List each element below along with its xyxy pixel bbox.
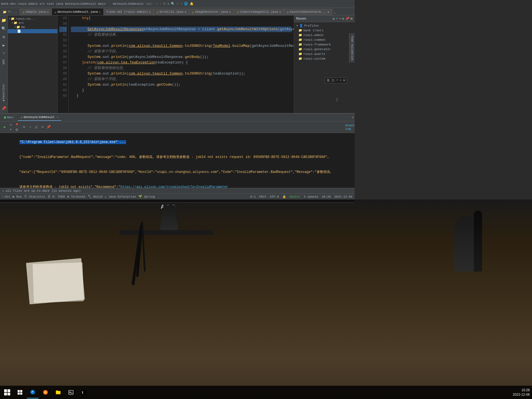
run-gear-btn[interactable]: ⚙ bbox=[40, 125, 45, 130]
tree-ma[interactable]: ▾ 📁 ma bbox=[8, 25, 57, 29]
activity-search[interactable]: 🔍 bbox=[0, 25, 7, 32]
status-terminal[interactable]: ⊞ Terminal bbox=[67, 195, 86, 198]
tree-selected[interactable]: 📄 bbox=[8, 29, 57, 33]
status-javaent[interactable]: ☕ Java Enterprise bbox=[105, 195, 136, 198]
run-up-btn[interactable]: ▲ bbox=[8, 122, 13, 127]
team-validation-tab[interactable]: Team Validation bbox=[349, 33, 355, 63]
activity-web[interactable]: Web bbox=[0, 58, 7, 65]
tab-getasync[interactable]: ☕ GetAsyncJobResult.java ✕ bbox=[52, 9, 104, 15]
taskbar-firefox-btn[interactable] bbox=[39, 386, 52, 398]
tree-src[interactable]: ▾ 📁 src bbox=[8, 21, 57, 25]
code-editor[interactable]: 29 30 31 32 33 34 35 36 37 38 39 40 41 4… bbox=[58, 16, 294, 113]
activity-settings[interactable]: ⚙ bbox=[0, 33, 7, 40]
tab-orc-close[interactable]: ✕ bbox=[185, 10, 186, 14]
bottom-tabs-right: ⚙ bbox=[352, 116, 354, 119]
bottom-tabs-left: Run: ☕ GetAsyncJobResult ✕ bbox=[1, 114, 61, 121]
maven-item-framework[interactable]: 📁 ruoyi-framework bbox=[294, 42, 355, 47]
getasync-icon: ☕ bbox=[55, 10, 57, 14]
maven-item-admin[interactable]: 📁 ruoyi-admin bbox=[294, 33, 355, 37]
tab-orc[interactable]: ☕ OrcUtils.java ✕ bbox=[154, 9, 189, 15]
ime-sep2: • bbox=[336, 78, 338, 83]
tab-pom-close[interactable]: ✕ bbox=[149, 10, 151, 14]
tab-pom[interactable]: M pom.xml (ruoyi-admin) ✕ bbox=[104, 9, 154, 15]
activity-git[interactable]: ⑂ bbox=[0, 50, 7, 57]
activity-favorites[interactable]: Favorites bbox=[0, 88, 7, 95]
status-branch[interactable]: master bbox=[290, 195, 301, 198]
tab-getasync-label: GetAsyncJobResult.java bbox=[58, 10, 98, 14]
tree-ruoyi[interactable]: ▾ 📁 ruoyi-co... bbox=[8, 17, 57, 21]
maven-pin-icon[interactable]: 📌 bbox=[345, 17, 349, 21]
maven-folder-icon-generator: 📁 bbox=[298, 47, 302, 51]
imagedetector-icon: ☕ bbox=[192, 10, 194, 14]
maven-item-framework-label: ruoyi-framework bbox=[303, 43, 331, 46]
tab-orc-label: OrcUtils.java bbox=[160, 10, 183, 14]
todo-label: ☰ 6: TODO bbox=[48, 195, 65, 198]
tab-getasync-close[interactable]: ✕ bbox=[99, 10, 101, 14]
bottom-tab-run-label: Run: bbox=[7, 116, 14, 119]
tab-sample-close[interactable]: ✕ bbox=[47, 10, 49, 14]
pom-icon: M bbox=[106, 10, 108, 14]
run-play-btn[interactable]: ▶ bbox=[2, 125, 7, 130]
breadcrumb: bank-dev ruoyi-admin src test java GetAs… bbox=[1, 2, 105, 6]
run-eventlog-btn[interactable]: Event Log bbox=[347, 125, 352, 130]
status-run[interactable]: ▶ Run bbox=[13, 195, 22, 198]
taskbar-grid-btn[interactable] bbox=[14, 386, 26, 398]
taskbar-terminal-btn[interactable] bbox=[65, 386, 77, 398]
profiles-header[interactable]: ▾ 👤 Profiles bbox=[294, 23, 355, 28]
line-numbers: 29 30 31 32 33 34 35 36 37 38 39 40 41 4… bbox=[58, 16, 69, 113]
bottom-tab-run[interactable]: Run: bbox=[1, 114, 17, 121]
taskbar-edge-btn[interactable] bbox=[27, 386, 39, 398]
activity-bar: 📁 🔍 ⚙ ▶ ⑂ Web Favorites ★ 📌 bbox=[0, 16, 8, 113]
maven-item-generator[interactable]: 📁 ruoyi-generator bbox=[294, 47, 355, 52]
maven-expand-icon[interactable]: ⊡ bbox=[351, 17, 352, 21]
tab-video-close[interactable]: ✕ bbox=[279, 10, 281, 14]
javaent-label: ☕ Java Enterprise bbox=[105, 195, 136, 198]
terminal-label: ⊞ Terminal bbox=[67, 195, 86, 198]
maven-item-bank[interactable]: 📁 bank (root) bbox=[294, 28, 355, 33]
tab-imagedetector-close[interactable]: ✕ bbox=[229, 10, 231, 14]
maven-run-btn[interactable]: ⚡ bbox=[336, 17, 338, 21]
tab-asynccensor-close[interactable]: ✕ bbox=[328, 10, 329, 14]
maven-folder-icon-bank: 📁 bbox=[298, 29, 302, 32]
run-pin-btn[interactable]: 📌 bbox=[46, 125, 51, 130]
run-wrap-btn[interactable]: ↩ bbox=[28, 125, 33, 130]
status-todo[interactable]: ☰ 6: TODO bbox=[48, 195, 65, 198]
maven-collapse-btn[interactable]: − bbox=[339, 17, 341, 21]
maven-item-system[interactable]: 📁 ruoyi-system bbox=[294, 56, 355, 61]
status-git[interactable]: ⑂ Git bbox=[2, 195, 11, 198]
tree-ma-label: ma bbox=[21, 25, 25, 29]
bottom-tab-getasync[interactable]: ☕ GetAsyncJobResult ✕ bbox=[18, 114, 61, 121]
tab-async-censor[interactable]: ☕ AsyncVideoCensorD... ✕ bbox=[284, 9, 332, 15]
code-line-33 bbox=[71, 38, 291, 43]
bottom-tab-close[interactable]: ✕ bbox=[57, 116, 58, 119]
maven-item-common[interactable]: 📁 ruoyi-common bbox=[294, 37, 355, 42]
win-start-button[interactable] bbox=[1, 386, 13, 398]
tab-video[interactable]: ☕ VideoToImageUtil.java ✕ bbox=[234, 9, 284, 15]
status-build[interactable]: 🔨 Build bbox=[88, 195, 103, 198]
maven-item-quartz[interactable]: 📁 ruoyi-quartz bbox=[294, 52, 355, 56]
tab-sample[interactable]: ☕ Sample.java ✕ bbox=[20, 9, 52, 15]
taskbar-idea-btn[interactable]: I bbox=[78, 386, 90, 398]
maven-item-admin-label: ruoyi-admin bbox=[303, 34, 324, 37]
activity-folder[interactable]: 📁 bbox=[0, 17, 7, 24]
status-spring[interactable]: 🌱 Spring bbox=[138, 195, 155, 198]
run-trash-btn[interactable]: 🗑 bbox=[14, 127, 19, 132]
maven-refresh-btn[interactable]: ↻ bbox=[333, 17, 335, 21]
run-filter-btn[interactable]: ⊞ bbox=[22, 125, 27, 130]
firefox-icon bbox=[43, 390, 48, 395]
status-statistic[interactable]: ⏱ Statistic bbox=[24, 195, 45, 198]
tab-asynccensor-label: AsyncVideoCensorD... bbox=[290, 10, 326, 14]
tab-project[interactable]: 📁 Pr... bbox=[0, 9, 20, 15]
svg-point-9 bbox=[44, 391, 47, 393]
maven-settings-icon[interactable]: ⚙ bbox=[342, 17, 344, 21]
tab-imagedetector[interactable]: ☕ ImageDetector.java ✕ bbox=[189, 9, 234, 15]
run-print-btn[interactable]: 🖨 bbox=[34, 125, 39, 130]
run-stop-btn[interactable]: ■ bbox=[14, 122, 19, 127]
taskbar-folder-btn[interactable] bbox=[52, 386, 64, 398]
run-down-btn[interactable]: ▼ bbox=[8, 127, 13, 132]
more-tabs-btn[interactable]: › bbox=[334, 11, 336, 15]
activity-pin[interactable]: 📌 bbox=[0, 105, 7, 112]
code-content: try { GetAsyncJobResultResponse getAsync… bbox=[69, 16, 294, 113]
activity-run[interactable]: ▶ bbox=[0, 42, 7, 49]
bottom-settings-icon[interactable]: ⚙ bbox=[352, 116, 354, 119]
